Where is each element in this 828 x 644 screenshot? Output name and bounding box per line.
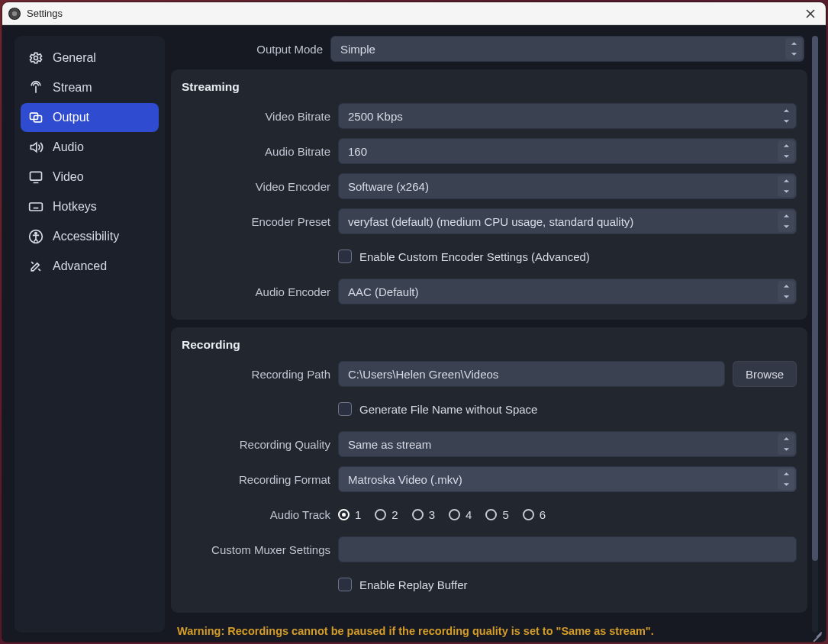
audio-track-radio-label: 2 bbox=[391, 508, 398, 521]
recording-quality-label: Recording Quality bbox=[182, 438, 330, 451]
encoder-preset-label: Encoder Preset bbox=[182, 215, 330, 228]
titlebar: Settings bbox=[2, 2, 826, 25]
settings-window: Settings General Stream Output Audio bbox=[2, 2, 826, 642]
audio-track-radio-label: 5 bbox=[502, 508, 508, 521]
window-close-button[interactable] bbox=[801, 5, 820, 23]
recording-path-input[interactable]: C:\Users\Helen Green\Videos bbox=[338, 361, 725, 387]
chevron-updown-icon bbox=[778, 140, 794, 162]
sidebar-item-video[interactable]: Video bbox=[21, 163, 159, 192]
audio-track-group: 123456 bbox=[338, 508, 546, 521]
resize-grip-icon[interactable] bbox=[812, 628, 824, 640]
checkbox-icon bbox=[338, 250, 352, 263]
enable-custom-encoder-checkbox[interactable]: Enable Custom Encoder Settings (Advanced… bbox=[338, 250, 590, 263]
monitor-icon bbox=[28, 169, 43, 185]
audio-track-radio-6[interactable]: 6 bbox=[523, 508, 546, 521]
svg-rect-6 bbox=[31, 172, 42, 180]
sidebar-item-accessibility[interactable]: Accessibility bbox=[21, 222, 159, 251]
settings-content: Output Mode Simple Streaming Video Bitra… bbox=[171, 36, 818, 633]
svg-rect-8 bbox=[30, 203, 43, 211]
radio-icon bbox=[449, 509, 460, 520]
video-encoder-select[interactable]: Software (x264) bbox=[338, 173, 797, 199]
spinner-arrows-icon[interactable] bbox=[778, 105, 794, 127]
audio-encoder-label: Audio Encoder bbox=[182, 285, 330, 298]
audio-bitrate-label: Audio Bitrate bbox=[182, 145, 330, 158]
radio-icon bbox=[338, 509, 350, 520]
radio-icon bbox=[375, 509, 386, 520]
recording-quality-select[interactable]: Same as stream bbox=[338, 431, 797, 457]
browse-button[interactable]: Browse bbox=[733, 361, 797, 387]
no-space-label: Generate File Name without Space bbox=[359, 403, 537, 416]
audio-track-radio-5[interactable]: 5 bbox=[485, 508, 508, 521]
recording-path-value: C:\Users\Helen Green\Videos bbox=[348, 368, 498, 381]
chevron-updown-icon bbox=[778, 469, 794, 490]
recording-section: Recording Recording Path C:\Users\Helen … bbox=[171, 327, 807, 613]
sidebar-item-label: Stream bbox=[53, 81, 92, 95]
chevron-updown-icon bbox=[785, 38, 802, 60]
sidebar-item-label: Video bbox=[53, 170, 84, 184]
streaming-section: Streaming Video Bitrate 2500 Kbps bbox=[171, 69, 807, 320]
radio-icon bbox=[412, 509, 424, 520]
replay-buffer-checkbox[interactable]: Enable Replay Buffer bbox=[338, 578, 467, 591]
tools-icon bbox=[28, 259, 43, 274]
audio-track-radio-label: 3 bbox=[429, 508, 435, 521]
gear-icon bbox=[28, 50, 43, 66]
audio-track-radio-3[interactable]: 3 bbox=[412, 508, 435, 521]
muxer-input[interactable] bbox=[338, 536, 797, 562]
enable-custom-encoder-label: Enable Custom Encoder Settings (Advanced… bbox=[359, 250, 590, 263]
audio-track-radio-4[interactable]: 4 bbox=[449, 508, 472, 521]
encoder-preset-select[interactable]: veryfast (default) (medium CPU usage, st… bbox=[338, 208, 797, 234]
output-mode-label: Output Mode bbox=[174, 43, 323, 56]
checkbox-icon bbox=[338, 402, 352, 416]
recording-format-value: Matroska Video (.mkv) bbox=[348, 473, 462, 486]
output-mode-select[interactable]: Simple bbox=[330, 36, 804, 62]
recording-path-label: Recording Path bbox=[182, 368, 330, 381]
sidebar-item-stream[interactable]: Stream bbox=[21, 73, 159, 102]
chevron-updown-icon bbox=[778, 175, 794, 197]
sidebar-item-label: Hotkeys bbox=[53, 200, 97, 214]
audio-track-radio-label: 1 bbox=[355, 508, 361, 521]
sidebar-item-output[interactable]: Output bbox=[21, 103, 159, 132]
sidebar-item-audio[interactable]: Audio bbox=[21, 133, 159, 162]
sidebar-item-label: Accessibility bbox=[53, 230, 119, 243]
warning-text: Warning: Recordings cannot be paused if … bbox=[171, 620, 807, 639]
audio-track-radio-1[interactable]: 1 bbox=[338, 508, 361, 521]
chevron-updown-icon bbox=[778, 433, 794, 455]
video-bitrate-value: 2500 Kbps bbox=[348, 110, 403, 123]
audio-track-radio-label: 4 bbox=[466, 508, 472, 521]
content-scrollbar[interactable] bbox=[812, 36, 818, 633]
encoder-preset-value: veryfast (default) (medium CPU usage, st… bbox=[348, 215, 633, 228]
video-encoder-value: Software (x264) bbox=[348, 180, 429, 193]
video-encoder-label: Video Encoder bbox=[182, 180, 330, 193]
audio-track-radio-label: 6 bbox=[540, 508, 546, 521]
chevron-updown-icon bbox=[778, 211, 794, 232]
app-logo-icon bbox=[8, 8, 21, 20]
streaming-title: Streaming bbox=[182, 80, 797, 94]
sidebar-item-label: Audio bbox=[53, 140, 84, 154]
recording-quality-value: Same as stream bbox=[348, 438, 431, 451]
video-bitrate-label: Video Bitrate bbox=[182, 110, 330, 123]
audio-track-radio-2[interactable]: 2 bbox=[375, 508, 398, 521]
output-mode-value: Simple bbox=[340, 43, 375, 56]
scrollbar-thumb[interactable] bbox=[812, 36, 818, 561]
replay-buffer-label: Enable Replay Buffer bbox=[359, 578, 467, 591]
video-bitrate-input[interactable]: 2500 Kbps bbox=[338, 103, 797, 129]
output-mode-row: Output Mode Simple bbox=[171, 36, 807, 62]
antenna-icon bbox=[28, 80, 43, 95]
recording-format-select[interactable]: Matroska Video (.mkv) bbox=[338, 466, 797, 492]
audio-bitrate-select[interactable]: 160 bbox=[338, 138, 797, 164]
radio-icon bbox=[485, 509, 497, 520]
accessibility-icon bbox=[28, 229, 43, 244]
recording-format-label: Recording Format bbox=[182, 473, 330, 486]
sidebar-item-hotkeys[interactable]: Hotkeys bbox=[21, 192, 159, 221]
no-space-checkbox[interactable]: Generate File Name without Space bbox=[338, 402, 537, 416]
chevron-updown-icon bbox=[778, 281, 794, 302]
output-icon bbox=[28, 110, 43, 125]
audio-encoder-value: AAC (Default) bbox=[348, 285, 419, 298]
audio-bitrate-value: 160 bbox=[348, 145, 367, 158]
settings-sidebar: General Stream Output Audio Video Hotkey… bbox=[14, 36, 165, 633]
audio-encoder-select[interactable]: AAC (Default) bbox=[338, 279, 797, 304]
sidebar-item-advanced[interactable]: Advanced bbox=[21, 252, 159, 281]
svg-point-2 bbox=[34, 56, 38, 60]
checkbox-icon bbox=[338, 578, 352, 591]
sidebar-item-general[interactable]: General bbox=[21, 43, 159, 72]
